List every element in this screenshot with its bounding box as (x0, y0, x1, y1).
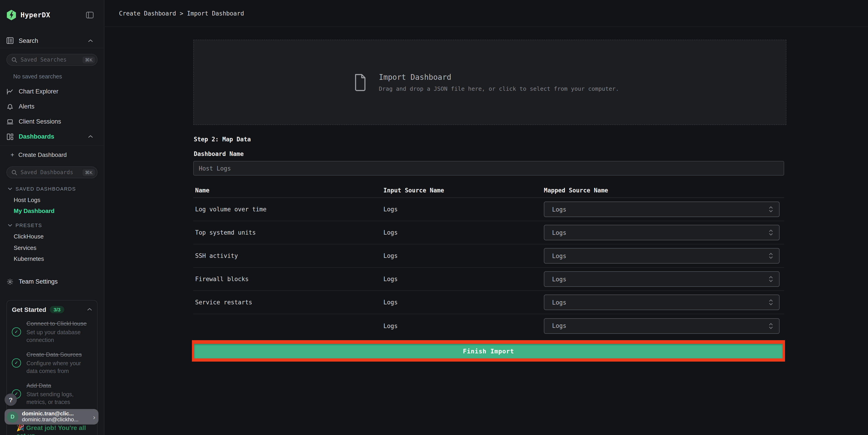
row-name: Service restarts (195, 299, 252, 306)
search-panel-icon (6, 37, 14, 44)
collapse-sidebar-icon[interactable] (86, 11, 94, 19)
sidebar-nav: Chart Explorer Alerts Client Sessions (0, 84, 104, 144)
dropzone-title: Import Dashboard (379, 73, 619, 82)
presets-list: ClickHouse Services Kubernetes (0, 231, 104, 265)
bell-icon (6, 103, 14, 110)
get-started-item-subtitle: Configure where your data comes from (26, 360, 91, 375)
app-window: HyperDX Search (0, 0, 868, 435)
table-row: Service restarts Logs Logs (193, 291, 784, 314)
saved-dashboards-list: Host Logs My Dashboard (0, 195, 104, 216)
breadcrumb: Create Dashboard>Import Dashboard (119, 10, 244, 17)
dashboard-name-input[interactable] (193, 161, 784, 176)
chevron-up-icon (87, 308, 92, 311)
topbar: Create Dashboard>Import Dashboard (105, 0, 868, 27)
dashboards-grid-icon (6, 133, 14, 140)
create-dashboard-button[interactable]: + Create Dashboard (0, 149, 104, 160)
saved-searches-placeholder: Saved Searches (21, 57, 80, 63)
sidebar-item-dashboards[interactable]: Dashboards (0, 129, 104, 144)
chevron-down-icon (8, 224, 12, 227)
shortcut-badge: ⌘K (83, 56, 95, 63)
row-name: Log volume over time (195, 206, 267, 213)
sidebar-section-search[interactable]: Search (0, 35, 104, 46)
finish-import-button[interactable]: Finish Import (194, 344, 783, 359)
get-started-item-connect[interactable]: ✓ Connect to ClickHouse Set up your data… (12, 319, 92, 344)
sidebar-header: HyperDX (0, 0, 104, 21)
select-chevrons-icon (768, 322, 774, 330)
chevron-down-icon (8, 187, 12, 190)
table-row: Firewall blocks Logs Logs (193, 268, 784, 291)
brand-title: HyperDX (21, 11, 51, 19)
get-started-item-title: Connect to ClickHouse (26, 319, 91, 328)
saved-searches-input[interactable]: Saved Searches ⌘K (6, 54, 98, 66)
row-input-source: Logs (383, 276, 398, 282)
get-started-item-subtitle: Start sending logs, metrics, or traces (26, 391, 91, 406)
saved-dashboards-placeholder: Saved Dashboards (21, 169, 80, 176)
nav-label: Client Sessions (19, 118, 93, 125)
dashboard-item-my-dashboard[interactable]: My Dashboard (0, 206, 104, 216)
preset-item-kubernetes[interactable]: Kubernetes (0, 253, 104, 265)
preset-item-clickhouse[interactable]: ClickHouse (0, 231, 104, 242)
sidebar-item-chart-explorer[interactable]: Chart Explorer (0, 84, 104, 99)
row-input-source: Logs (383, 206, 398, 213)
team-settings-label: Team Settings (19, 278, 93, 285)
table-row: Log volume over time Logs Logs (193, 198, 784, 221)
row-name: SSH activity (195, 252, 238, 259)
get-started-item-title: Add Data (26, 381, 91, 390)
breadcrumb-create-dashboard[interactable]: Create Dashboard (119, 10, 176, 17)
mapped-source-select[interactable]: Logs (544, 271, 780, 287)
dropzone-subtitle: Drag and drop a JSON file here, or click… (379, 85, 619, 92)
select-value: Logs (552, 276, 768, 282)
select-chevrons-icon (768, 299, 774, 306)
mapped-source-select[interactable]: Logs (544, 225, 780, 240)
table-header-row: Name Input Source Name Mapped Source Nam… (193, 185, 784, 197)
highlight-annotation-box: Finish Import (192, 340, 785, 362)
mapped-source-select[interactable]: Logs (544, 248, 780, 263)
no-saved-searches-text: No saved searches (13, 73, 104, 80)
create-dashboard-label: Create Dashboard (18, 151, 67, 158)
magnifier-icon (11, 57, 17, 63)
chart-icon (6, 88, 14, 95)
sidebar-item-client-sessions[interactable]: Client Sessions (0, 114, 104, 129)
mapped-source-select[interactable]: Logs (544, 294, 780, 310)
row-input-source: Logs (383, 322, 398, 329)
chevron-right-icon: › (93, 413, 95, 421)
breadcrumb-separator: > (180, 10, 183, 17)
saved-dashboards-input[interactable]: Saved Dashboards ⌘K (6, 166, 98, 178)
nav-label: Dashboards (19, 133, 83, 140)
sidebar-item-alerts[interactable]: Alerts (0, 99, 104, 114)
mapped-source-select[interactable]: Logs (544, 201, 780, 217)
get-started-header[interactable]: Get Started 3/3 (12, 306, 92, 313)
preset-item-services[interactable]: Services (0, 242, 104, 253)
column-header-name: Name (195, 187, 210, 194)
saved-dashboards-section-header[interactable]: SAVED DASHBOARDS (8, 186, 98, 192)
select-value: Logs (552, 322, 768, 329)
check-circle-icon: ✓ (12, 358, 21, 367)
avatar: D (7, 411, 18, 423)
search-section-label: Search (19, 37, 83, 44)
presets-section-header[interactable]: PRESETS (8, 222, 98, 228)
breadcrumb-import-dashboard: Import Dashboard (187, 10, 244, 17)
nav-label: Alerts (19, 103, 93, 110)
select-value: Logs (552, 206, 768, 213)
nav-label: Chart Explorer (19, 88, 93, 95)
row-input-source: Logs (383, 252, 398, 259)
mapping-table: Log volume over time Logs Logs Top syste… (193, 198, 784, 337)
mapped-source-select[interactable]: Logs (544, 318, 780, 334)
sidebar-item-team-settings[interactable]: Team Settings (0, 276, 104, 287)
user-email: dominic.tran@clickho... (22, 417, 89, 423)
chevron-up-icon (88, 39, 93, 42)
help-button[interactable]: ? (5, 394, 17, 406)
dashboard-item-host-logs[interactable]: Host Logs (0, 195, 104, 206)
chevron-up-icon (88, 135, 93, 138)
file-icon (353, 73, 367, 92)
divider (0, 145, 104, 146)
select-value: Logs (552, 299, 768, 306)
import-dropzone[interactable]: Import Dashboard Drag and drop a JSON fi… (193, 40, 786, 125)
user-menu[interactable]: D dominic.tran@clic... dominic.tran@clic… (5, 409, 98, 425)
setup-complete-message: 🎉 Great job! You're all set up (17, 424, 98, 435)
divider (0, 48, 104, 48)
get-started-item-add-data[interactable]: ✓ Add Data Start sending logs, metrics, … (12, 381, 92, 406)
get-started-item-sources[interactable]: ✓ Create Data Sources Configure where yo… (12, 350, 92, 375)
get-started-title: Get Started (12, 306, 46, 313)
shortcut-badge: ⌘K (83, 169, 95, 176)
